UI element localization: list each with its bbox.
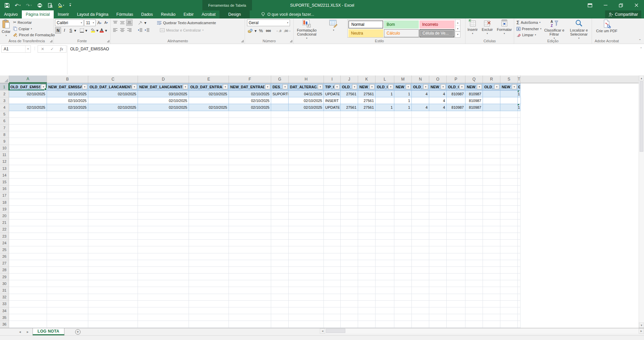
empty-cell[interactable] <box>394 152 412 158</box>
comma-style-button[interactable]: 000 <box>265 28 272 34</box>
header-cell-H1[interactable]: DAT_ALTERACAO▼ <box>289 83 324 91</box>
empty-cell[interactable] <box>229 267 271 274</box>
horizontal-scroll-thumb[interactable] <box>326 329 345 333</box>
empty-cell[interactable] <box>429 152 447 158</box>
empty-cell[interactable] <box>271 118 289 125</box>
number-dialog-launcher[interactable] <box>290 40 292 42</box>
empty-cell[interactable] <box>341 321 358 328</box>
empty-cell[interactable] <box>483 233 500 240</box>
empty-cell[interactable] <box>341 199 358 206</box>
empty-cell[interactable] <box>429 246 447 253</box>
empty-cell[interactable] <box>412 260 429 267</box>
empty-cell[interactable] <box>289 118 324 125</box>
tab-inserir[interactable]: Inserir <box>54 10 73 18</box>
empty-cell[interactable] <box>358 253 376 260</box>
empty-cell[interactable] <box>500 192 518 199</box>
empty-cell[interactable] <box>289 226 324 233</box>
empty-cell[interactable] <box>483 294 500 301</box>
empty-cell[interactable] <box>271 287 289 294</box>
empty-cell[interactable] <box>189 220 229 226</box>
cell-J2[interactable]: 27561 <box>341 91 358 97</box>
empty-cell[interactable] <box>447 240 465 246</box>
empty-cell[interactable] <box>412 125 429 131</box>
empty-cell[interactable] <box>412 199 429 206</box>
column-header-L[interactable]: L <box>376 76 394 83</box>
row-header-7[interactable]: 7 <box>0 125 9 131</box>
empty-cell[interactable] <box>412 138 429 145</box>
empty-cell[interactable] <box>447 111 465 118</box>
header-cell-B1[interactable]: NEW_DAT_EMISSAO▼ <box>47 83 88 91</box>
empty-cell[interactable] <box>138 145 189 152</box>
empty-cell[interactable] <box>376 118 394 125</box>
empty-cell[interactable] <box>88 179 138 185</box>
empty-cell[interactable] <box>289 179 324 185</box>
cell-S4[interactable] <box>500 104 518 111</box>
empty-cell[interactable] <box>47 118 88 125</box>
cell-P4[interactable]: 810987 <box>447 104 465 111</box>
empty-cell[interactable] <box>518 131 521 138</box>
conditional-formatting-button[interactable]: ≠ Formatação Condicional▾ <box>294 19 320 38</box>
empty-cell[interactable] <box>483 220 500 226</box>
copy-button[interactable]: Copiar▾ <box>12 26 56 32</box>
empty-cell[interactable] <box>289 287 324 294</box>
filter-button-E[interactable]: ▼ <box>223 84 228 89</box>
font-family-combo[interactable]: Calibri▾ <box>55 19 84 26</box>
empty-cell[interactable] <box>518 186 521 192</box>
empty-cell[interactable] <box>138 260 189 267</box>
empty-cell[interactable] <box>500 280 518 287</box>
empty-cell[interactable] <box>189 206 229 212</box>
accounting-dropdown[interactable]: ▾ <box>255 29 257 33</box>
row-header-18[interactable]: 18 <box>0 199 9 206</box>
empty-cell[interactable] <box>500 226 518 233</box>
empty-cell[interactable] <box>465 280 483 287</box>
header-cell-F1[interactable]: NEW_DAT_ENTRADA▼ <box>229 83 271 91</box>
header-cell-I1[interactable]: TIP_OP▼ <box>324 83 341 91</box>
empty-cell[interactable] <box>271 186 289 192</box>
empty-cell[interactable] <box>271 179 289 185</box>
empty-cell[interactable] <box>324 138 341 145</box>
empty-cell[interactable] <box>429 260 447 267</box>
empty-cell[interactable] <box>376 287 394 294</box>
empty-cell[interactable] <box>289 192 324 199</box>
empty-cell[interactable] <box>138 158 189 165</box>
empty-cell[interactable] <box>324 111 341 118</box>
filter-button-B[interactable]: ▼ <box>82 84 87 89</box>
empty-cell[interactable] <box>9 321 47 328</box>
empty-cell[interactable] <box>324 314 341 321</box>
cell-S3[interactable] <box>500 97 518 104</box>
empty-cell[interactable] <box>465 172 483 179</box>
empty-cell[interactable] <box>394 118 412 125</box>
empty-cell[interactable] <box>500 287 518 294</box>
cell-F2[interactable]: 02/10/2025 <box>229 91 271 97</box>
empty-cell[interactable] <box>483 280 500 287</box>
empty-cell[interactable] <box>429 220 447 226</box>
empty-cell[interactable] <box>412 220 429 226</box>
empty-cell[interactable] <box>500 260 518 267</box>
empty-cell[interactable] <box>412 294 429 301</box>
empty-cell[interactable] <box>9 307 47 314</box>
empty-cell[interactable] <box>465 111 483 118</box>
empty-cell[interactable] <box>88 246 138 253</box>
empty-cell[interactable] <box>138 253 189 260</box>
empty-cell[interactable] <box>229 172 271 179</box>
cell-G2[interactable]: SUPORTE <box>271 91 289 97</box>
tab-acrobat[interactable]: Acrobat <box>198 10 219 18</box>
cell-P2[interactable]: 810987 <box>447 91 465 97</box>
empty-cell[interactable] <box>47 111 88 118</box>
empty-cell[interactable] <box>465 131 483 138</box>
empty-cell[interactable] <box>341 165 358 172</box>
empty-cell[interactable] <box>341 280 358 287</box>
empty-cell[interactable] <box>358 192 376 199</box>
close-button[interactable] <box>629 0 644 10</box>
empty-cell[interactable] <box>465 158 483 165</box>
empty-cell[interactable] <box>447 280 465 287</box>
empty-cell[interactable] <box>358 307 376 314</box>
borders-dropdown[interactable]: ▾ <box>85 28 87 33</box>
empty-cell[interactable] <box>394 280 412 287</box>
tab-dados[interactable]: Dados <box>137 10 157 18</box>
empty-cell[interactable] <box>518 179 521 185</box>
empty-cell[interactable] <box>500 301 518 307</box>
empty-cell[interactable] <box>358 125 376 131</box>
tab-design[interactable]: Design <box>219 10 249 18</box>
empty-cell[interactable] <box>271 233 289 240</box>
